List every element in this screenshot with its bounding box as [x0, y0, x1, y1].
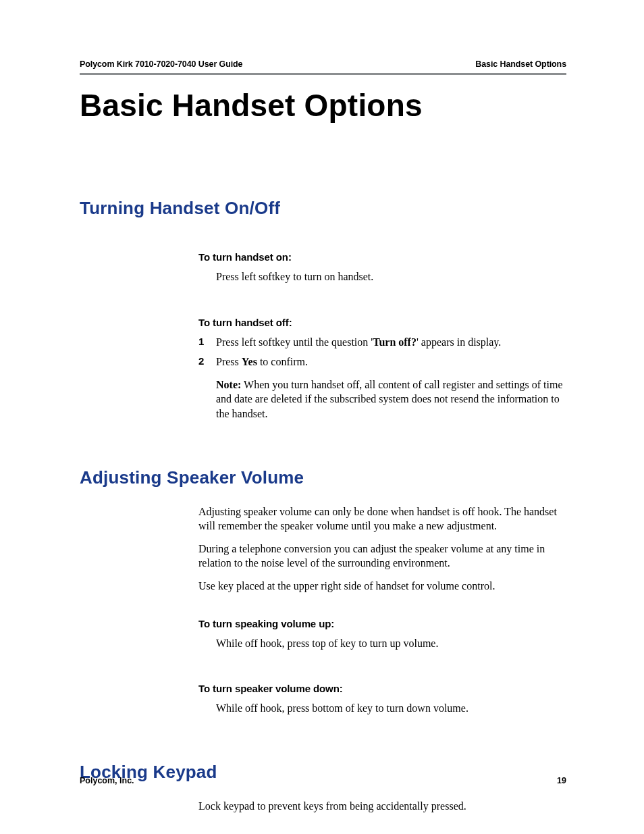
step2-pre: Press	[216, 356, 242, 367]
step-2: Press Yes to confirm.	[198, 355, 566, 369]
page-title: Basic Handset Options	[80, 87, 566, 124]
step1-pre: Press left softkey until the question '	[216, 336, 373, 348]
body-volume-down: While off hook, press bottom of key to t…	[198, 701, 566, 716]
content-block-locking: Lock keypad to prevent keys from being a…	[198, 799, 566, 814]
header-left: Polycom Kirk 7010-7020-7040 User Guide	[80, 59, 242, 69]
spacer	[198, 292, 566, 317]
content-block-volume: Adjusting speaker volume can only be don…	[198, 504, 566, 716]
volume-p2: During a telephone conversion you can ad…	[198, 542, 566, 571]
footer-page-number: 19	[557, 776, 566, 785]
subhead-volume-up: To turn speaking volume up:	[198, 618, 566, 629]
step1-post: ' appears in display.	[417, 336, 501, 348]
note-turn-off: Note: When you turn handset off, all con…	[198, 377, 566, 421]
subhead-turn-on: To turn handset on:	[198, 251, 566, 263]
volume-p1: Adjusting speaker volume can only be don…	[198, 504, 566, 533]
locking-p1: Lock keypad to prevent keys from being a…	[198, 799, 566, 814]
note-body: When you turn handset off, all content o…	[216, 379, 562, 419]
step2-post: to confirm.	[257, 356, 308, 367]
running-header: Polycom Kirk 7010-7020-7040 User Guide B…	[80, 59, 566, 73]
running-footer: Polycom, Inc. 19	[80, 776, 566, 785]
document-page: Polycom Kirk 7010-7020-7040 User Guide B…	[0, 0, 644, 834]
header-rule	[80, 73, 566, 75]
step1-bold: Turn off?	[373, 336, 417, 348]
volume-p3: Use key placed at the upper right side o…	[198, 579, 566, 594]
spacer	[198, 602, 566, 618]
body-volume-up: While off hook, press top of key to turn…	[198, 636, 566, 651]
header-right: Basic Handset Options	[475, 59, 566, 69]
body-turn-on: Press left softkey to turn on handset.	[198, 269, 566, 284]
step2-bold: Yes	[242, 356, 257, 367]
content-block-turning: To turn handset on: Press left softkey t…	[198, 251, 566, 421]
footer-left: Polycom, Inc.	[80, 776, 134, 785]
spacer	[80, 429, 566, 467]
note-label: Note:	[216, 379, 241, 390]
subhead-volume-down: To turn speaker volume down:	[198, 683, 566, 694]
spacer	[80, 724, 566, 762]
section-heading-volume: Adjusting Speaker Volume	[80, 467, 566, 488]
spacer	[198, 658, 566, 683]
section-heading-turning: Turning Handset On/Off	[80, 198, 566, 219]
step-1: Press left softkey until the question 'T…	[198, 335, 566, 350]
subhead-turn-off: To turn handset off:	[198, 317, 566, 328]
steps-turn-off: Press left softkey until the question 'T…	[198, 335, 566, 369]
